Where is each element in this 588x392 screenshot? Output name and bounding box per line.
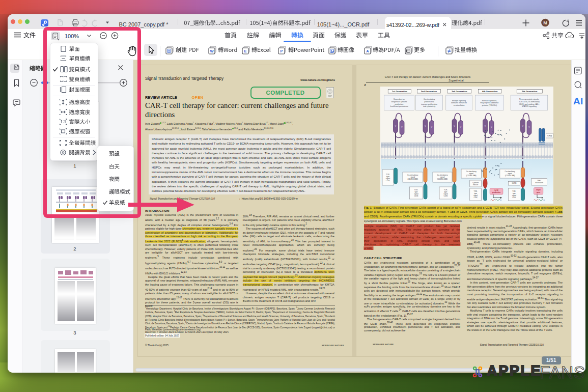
svg-text:FANS: FANS: [540, 363, 585, 382]
